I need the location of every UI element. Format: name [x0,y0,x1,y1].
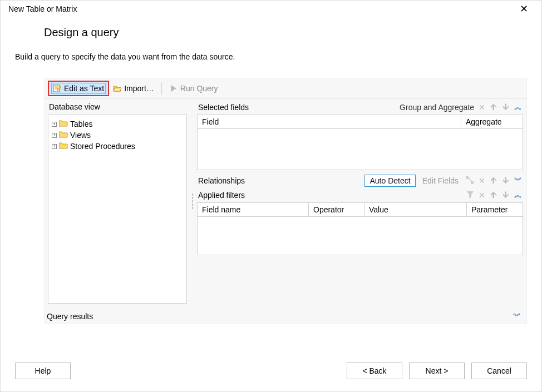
tree-node-stored-procedures[interactable]: + Stored Procedures [51,141,184,152]
close-button[interactable]: ✕ [513,4,535,14]
col-value[interactable]: Value [364,203,467,216]
run-query-button[interactable]: Run Query [165,82,222,95]
move-up-icon[interactable]: 🡩 [490,176,497,185]
folder-open-icon [113,84,122,93]
window-title: New Table or Matrix [8,4,77,13]
relationship-icon[interactable] [465,176,474,186]
move-down-icon[interactable]: 🡫 [502,103,510,112]
query-results-header: Query results ︾ [45,307,526,321]
delete-icon[interactable]: ✕ [479,176,485,185]
expand-down-icon[interactable]: ︾ [513,311,521,321]
selected-fields-grid[interactable]: Field Aggregate [197,115,523,170]
expand-down-icon[interactable]: ︾ [514,176,522,186]
help-button[interactable]: Help [15,363,71,379]
applied-filters-title: Applied filters [198,191,245,200]
folder-icon [59,142,68,151]
cancel-button[interactable]: Cancel [471,363,527,379]
wizard-window: New Table or Matrix ✕ Design a query Bui… [0,0,542,392]
play-icon [169,84,178,93]
applied-filters-header: Applied filters ✕ 🡩 🡫 ︽ [197,189,523,202]
move-up-icon[interactable]: 🡩 [490,103,497,112]
expand-icon[interactable]: + [52,133,57,138]
move-down-icon[interactable]: 🡫 [502,191,510,200]
titlebar: New Table or Matrix ✕ [1,1,541,15]
svg-rect-6 [466,176,469,179]
col-parameter[interactable]: Parameter [467,203,523,216]
tree-node-label: Stored Procedures [70,142,135,151]
edit-as-text-button[interactable]: Edit as Text [48,81,109,96]
designer-area: Edit as Text Import… Run Query [44,78,527,324]
applied-filters-grid[interactable]: Field name Operator Value Parameter [197,202,523,255]
delete-icon[interactable]: ✕ [479,191,485,200]
import-button[interactable]: Import… [109,82,158,95]
relationships-header: Relationships Auto Detect Edit Fields ✕ … [197,171,523,189]
import-label: Import… [124,84,154,93]
auto-detect-button[interactable]: Auto Detect [364,175,415,187]
col-aggregate[interactable]: Aggregate [461,115,523,128]
collapse-up-icon[interactable]: ︽ [514,102,522,112]
move-down-icon[interactable]: 🡫 [502,176,510,185]
folder-icon [59,120,68,128]
tree-node-label: Views [70,131,91,140]
run-query-label: Run Query [180,84,218,93]
page-subtext: Build a query to specify the data you wa… [1,44,541,61]
edit-text-icon [53,84,62,93]
query-results-title: Query results [47,312,93,321]
panel-splitter[interactable] [190,99,194,304]
col-operator[interactable]: Operator [309,203,364,216]
relationships-tools: Auto Detect Edit Fields ✕ 🡩 🡫 ︾ [364,175,522,187]
svg-marker-5 [171,85,176,92]
edit-fields-button[interactable]: Edit Fields [420,176,461,185]
move-up-icon[interactable]: 🡩 [490,191,497,200]
col-field[interactable]: Field [198,115,461,128]
toolbar-separator [161,82,162,95]
tree-node-label: Tables [70,120,92,128]
designer-toolbar: Edit as Text Import… Run Query [45,78,526,99]
page-heading: Design a query [1,15,541,44]
applied-filters-tools: ✕ 🡩 🡫 ︽ [466,190,522,200]
selected-fields-title: Selected fields [198,103,249,112]
applied-filters-columns: Field name Operator Value Parameter [198,203,523,217]
wizard-footer: Help < Back Next > Cancel [1,358,541,391]
collapse-up-icon[interactable]: ︽ [514,190,522,200]
selected-fields-header: Selected fields Group and Aggregate ✕ 🡩 … [197,99,523,115]
selected-fields-columns: Field Aggregate [198,115,523,129]
folder-icon [59,131,68,140]
database-view-title: Database view [48,99,187,115]
selected-fields-tools: Group and Aggregate ✕ 🡩 🡫 ︽ [400,102,522,112]
tree-node-views[interactable]: + Views [51,130,184,141]
svg-line-8 [469,177,472,182]
group-aggregate-label[interactable]: Group and Aggregate [400,103,474,112]
expand-icon[interactable]: + [52,144,57,149]
database-view-panel: Database view + Tables + Vie [48,99,187,304]
footer-nav: < Back Next > Cancel [347,363,527,379]
back-button[interactable]: < Back [347,363,402,379]
filter-icon[interactable] [466,191,474,200]
designer-panels: Database view + Tables + Vie [45,99,526,307]
tree-node-tables[interactable]: + Tables [51,118,184,130]
expand-icon[interactable]: + [52,122,57,127]
col-field-name[interactable]: Field name [198,203,309,216]
next-button[interactable]: Next > [409,363,465,379]
database-tree[interactable]: + Tables + Views + [48,115,187,304]
edit-as-text-label: Edit as Text [64,84,104,93]
relationships-title: Relationships [198,176,245,185]
delete-icon[interactable]: ✕ [479,103,485,112]
right-panel: Selected fields Group and Aggregate ✕ 🡩 … [197,99,523,304]
